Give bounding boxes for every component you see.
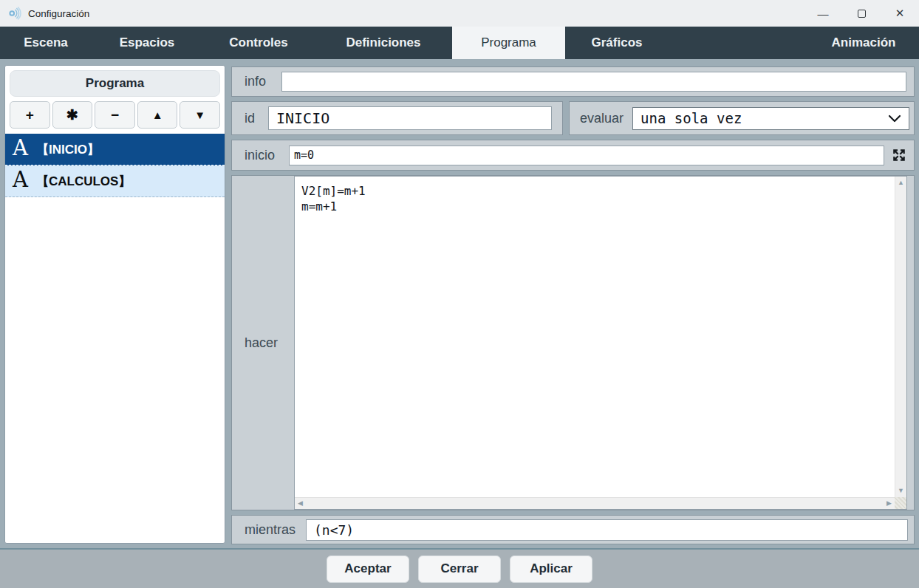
list-item-label: 【CALCULOS】 (36, 173, 131, 190)
list-item-inicio[interactable]: A 【INICIO】 (5, 134, 225, 165)
maximize-button[interactable] (842, 0, 881, 27)
chevron-down-icon (888, 114, 901, 123)
remove-item-button[interactable]: − (95, 101, 135, 129)
plus-icon: + (26, 107, 34, 123)
list-toolbar: + ✱ − ▲ ▼ (10, 101, 220, 129)
inicio-label: inicio (245, 148, 289, 163)
list-item-label: 【INICIO】 (36, 141, 100, 158)
hacer-code-editor[interactable]: V2[m]=m+1 m=m+1 ▲ ▼ ◀ ▶ (294, 176, 907, 510)
app-logo-icon (6, 5, 22, 21)
program-list-panel: Programa + ✱ − ▲ ▼ A 【INICIO】 A 【CALCULO… (4, 65, 225, 544)
scrollbar-corner (895, 497, 906, 509)
panel-title: Programa (10, 70, 220, 97)
window-title: Configuración (28, 8, 89, 19)
evaluar-select[interactable]: una sola vez (632, 107, 909, 130)
asterisk-icon: ✱ (66, 106, 78, 123)
id-input[interactable] (268, 106, 552, 130)
tab-definiciones[interactable]: Definiciones (315, 27, 452, 59)
tab-programa[interactable]: Programa (452, 27, 565, 59)
mientras-row: mientras (231, 515, 915, 544)
program-list: A 【INICIO】 A 【CALCULOS】 (5, 134, 225, 197)
tab-espacios[interactable]: Espacios (92, 27, 202, 59)
title-bar: Configuración — ✕ (0, 0, 919, 27)
close-button[interactable]: ✕ (881, 0, 919, 27)
expand-editor-button[interactable] (886, 142, 912, 168)
info-input[interactable] (281, 72, 906, 92)
maximize-icon (858, 10, 866, 18)
tabbar-spacer (669, 27, 808, 59)
inicio-row: inicio (231, 140, 915, 171)
tab-graficos[interactable]: Gráficos (565, 27, 669, 59)
hacer-label-column: hacer (232, 176, 294, 510)
apply-button[interactable]: Aplicar (510, 555, 592, 583)
id-row: id (231, 101, 563, 135)
minus-icon: − (111, 107, 119, 123)
move-up-button[interactable]: ▲ (137, 101, 178, 129)
inicio-input[interactable] (289, 146, 884, 165)
scroll-down-icon[interactable]: ▼ (898, 485, 904, 497)
vertical-scrollbar[interactable]: ▲ ▼ (895, 177, 906, 497)
scroll-right-icon[interactable]: ▶ (886, 500, 892, 507)
close-icon: ✕ (895, 7, 905, 20)
info-label: info (245, 74, 281, 89)
list-item-calculos[interactable]: A 【CALCULOS】 (5, 165, 225, 197)
move-down-button[interactable]: ▼ (180, 101, 220, 129)
evaluar-label: evaluar (580, 111, 624, 126)
close-dialog-button[interactable]: Cerrar (418, 555, 501, 583)
tab-animacion[interactable]: Animación (808, 27, 919, 59)
add-item-button[interactable]: + (10, 101, 50, 129)
scroll-left-icon[interactable]: ◀ (298, 500, 303, 507)
minimize-button[interactable]: — (804, 0, 842, 27)
scroll-up-icon[interactable]: ▲ (898, 177, 904, 189)
minimize-icon: — (818, 7, 829, 20)
window-controls: — ✕ (804, 0, 919, 27)
tab-controles[interactable]: Controles (202, 27, 315, 59)
configuration-window: Configuración — ✕ Escena Espacios Contro… (0, 0, 919, 588)
hacer-code-text[interactable]: V2[m]=m+1 m=m+1 (295, 177, 906, 233)
dialog-footer: Aceptar Cerrar Aplicar (0, 548, 919, 588)
main-area: Programa + ✱ − ▲ ▼ A 【INICIO】 A 【CALCULO… (0, 59, 919, 548)
expand-arrows-icon (892, 148, 906, 163)
horizontal-scrollbar[interactable]: ◀ ▶ (295, 497, 895, 509)
arrow-up-icon: ▲ (152, 109, 163, 121)
info-row: info (231, 66, 915, 97)
arrow-down-icon: ▼ (194, 109, 205, 121)
id-label: id (245, 111, 268, 126)
config-tab-bar: Escena Espacios Controles Definiciones P… (0, 27, 919, 59)
mientras-label: mientras (245, 522, 306, 538)
duplicate-item-button[interactable]: ✱ (52, 101, 93, 129)
text-type-icon: A (13, 169, 28, 191)
evaluar-selected-option: una sola vez (640, 110, 888, 126)
hacer-row: hacer V2[m]=m+1 m=m+1 ▲ ▼ ◀ ▶ (231, 175, 915, 510)
tab-escena[interactable]: Escena (0, 27, 92, 59)
evaluar-row: evaluar una sola vez (569, 101, 915, 135)
hacer-label: hacer (245, 335, 278, 351)
text-type-icon: A (13, 137, 28, 159)
mientras-input[interactable] (306, 519, 908, 541)
accept-button[interactable]: Aceptar (327, 555, 409, 583)
